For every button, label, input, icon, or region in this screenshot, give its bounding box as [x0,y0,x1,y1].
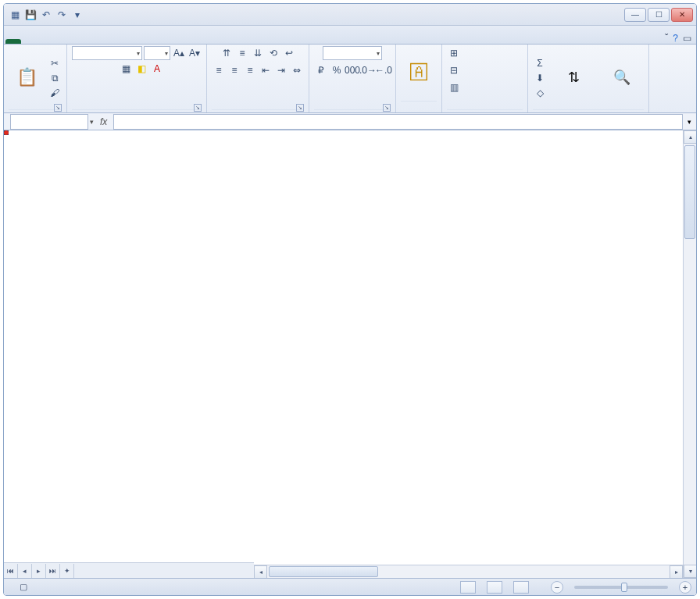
align-right-icon[interactable]: ≡ [243,63,257,77]
vertical-scrollbar[interactable]: ▴ ▾ [683,130,696,578]
sheet-nav-first-icon[interactable]: ⏮ [4,564,18,578]
styles-icon: 🄰 [406,60,431,85]
find-icon: 🔍 [609,65,634,90]
fx-icon[interactable]: fx [94,116,113,127]
excel-icon: ▦ [9,9,21,21]
save-icon[interactable]: 💾 [24,9,37,21]
autosum-icon[interactable]: Σ [533,56,547,70]
align-center-icon[interactable]: ≡ [227,63,241,77]
minimize-button[interactable]: — [624,8,646,22]
macro-record-icon[interactable]: ▢ [20,582,27,592]
bold-button[interactable] [72,62,86,76]
group-styles: 🄰 [396,45,442,112]
alignment-dialog-icon[interactable]: ↘ [296,104,304,112]
sheet-tab-bar: ⏮ ◂ ▸ ⏭ ✦ [4,562,254,578]
sheet-nav-last-icon[interactable]: ⏭ [46,564,60,578]
scroll-right-icon[interactable]: ▸ [670,565,683,578]
customize-qat-icon[interactable]: ▾ [71,9,84,21]
hscroll-thumb[interactable] [269,566,378,577]
wrap-text-icon[interactable]: ↩ [282,46,296,60]
percent-icon[interactable]: % [330,63,344,77]
paste-button[interactable]: 📋 [9,65,45,91]
close-button[interactable]: ✕ [671,8,693,22]
fill-icon[interactable]: ⬇ [533,71,547,85]
grow-font-icon[interactable]: A▴ [172,46,186,60]
annotation-highlight [4,130,9,135]
paste-icon: 📋 [14,65,39,90]
sort-filter-button[interactable]: ⇅ [550,65,597,91]
formula-input[interactable] [113,114,683,130]
formula-bar: ▾ fx ▾ [4,113,696,130]
shrink-font-icon[interactable]: A▾ [188,46,202,60]
comma-icon[interactable]: 000 [345,63,359,77]
scroll-up-icon[interactable]: ▴ [684,130,696,144]
view-normal-icon[interactable] [460,581,476,594]
group-font: A▴ A▾ ▦ ◧ A ↘ [67,45,207,112]
ribbon: 📋 ✂ ⧉ 🖌 ↘ A▴ A▾ [4,45,696,113]
view-layout-icon[interactable] [487,581,502,594]
horizontal-scrollbar[interactable]: ◂ ▸ [254,565,683,578]
zoom-in-icon[interactable]: + [679,581,691,594]
font-color-icon[interactable]: A [150,62,164,76]
window-options-icon[interactable]: ▭ [683,33,691,44]
orientation-icon[interactable]: ⟲ [266,46,280,60]
align-bottom-icon[interactable]: ⇊ [251,46,265,60]
number-format-combo[interactable] [323,46,382,60]
selection-rectangle [4,130,7,134]
group-alignment: ⇈ ≡ ⇊ ⟲ ↩ ≡ ≡ ≡ ⇤ ⇥ ⇔ ↘ [207,45,309,112]
font-dialog-icon[interactable]: ↘ [194,104,202,112]
clipboard-dialog-icon[interactable]: ↘ [54,104,62,112]
insert-cell-icon[interactable]: ⊞ [447,46,461,60]
currency-icon[interactable]: ₽ [314,63,328,77]
decrease-decimal-icon[interactable]: ←.0 [377,63,391,77]
titlebar: ▦ 💾 ↶ ↷ ▾ — ☐ ✕ [4,4,696,26]
redo-icon[interactable]: ↷ [55,9,68,21]
worksheet-area[interactable]: ◂ ▸ ▴ ▾ ⏮ ◂ ▸ ⏭ ✦ [4,130,696,578]
increase-decimal-icon[interactable]: .0→ [361,63,375,77]
align-top-icon[interactable]: ⇈ [220,46,234,60]
group-number: ₽ % 000 .0→ ←.0 ↘ [309,45,396,112]
sheet-nav-prev-icon[interactable]: ◂ [18,564,32,578]
underline-button[interactable] [103,62,117,76]
cut-icon[interactable]: ✂ [48,56,62,70]
fill-color-icon[interactable]: ◧ [134,62,148,76]
copy-icon[interactable]: ⧉ [48,71,62,85]
maximize-button[interactable]: ☐ [648,8,670,22]
merge-icon[interactable]: ⇔ [290,63,304,77]
zoom-slider[interactable] [574,586,668,589]
format-cell-icon[interactable]: ▥ [447,80,461,94]
minimize-ribbon-icon[interactable]: ˇ [665,33,668,44]
status-bar: ▢ − + [4,578,696,595]
expand-formula-icon[interactable]: ▾ [683,118,696,126]
file-tab[interactable] [5,39,21,44]
name-box[interactable] [10,114,88,130]
group-cells: ⊞ ⊟ ▥ [442,45,528,112]
border-icon[interactable]: ▦ [119,62,133,76]
format-painter-icon[interactable]: 🖌 [48,86,62,100]
align-left-icon[interactable]: ≡ [212,63,226,77]
scroll-down-icon[interactable]: ▾ [684,565,696,578]
font-name-combo[interactable] [72,46,142,60]
quick-access-toolbar: ▦ 💾 ↶ ↷ ▾ [4,9,88,21]
font-size-combo[interactable] [144,46,170,60]
delete-cell-icon[interactable]: ⊟ [447,63,461,77]
vscroll-thumb[interactable] [684,145,695,239]
find-select-button[interactable]: 🔍 [600,65,644,91]
sort-filter-icon: ⇅ [561,65,586,90]
view-pagebreak-icon[interactable] [513,581,529,594]
zoom-out-icon[interactable]: − [551,581,563,594]
decrease-indent-icon[interactable]: ⇤ [259,63,273,77]
help-icon[interactable]: ? [673,33,678,44]
scroll-left-icon[interactable]: ◂ [254,565,267,578]
undo-icon[interactable]: ↶ [40,9,52,21]
align-middle-icon[interactable]: ≡ [235,46,249,60]
excel-window: ▦ 💾 ↶ ↷ ▾ — ☐ ✕ ˇ ? ▭ 📋 [3,3,697,596]
italic-button[interactable] [88,62,102,76]
clear-icon[interactable]: ◇ [533,86,547,100]
number-dialog-icon[interactable]: ↘ [383,104,391,112]
styles-button[interactable]: 🄰 [401,60,437,87]
new-sheet-icon[interactable]: ✦ [60,564,74,578]
fill-handle[interactable] [4,130,9,135]
sheet-nav-next-icon[interactable]: ▸ [32,564,46,578]
increase-indent-icon[interactable]: ⇥ [274,63,288,77]
